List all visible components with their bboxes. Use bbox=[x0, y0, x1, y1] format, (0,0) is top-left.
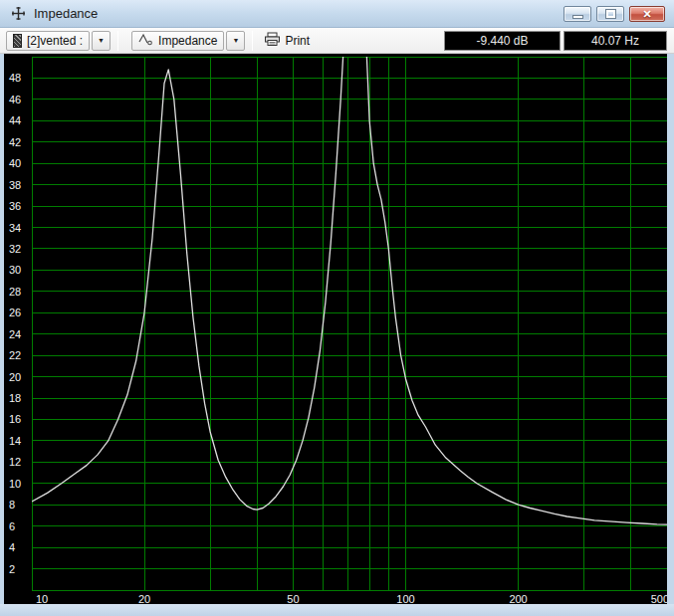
toolbar-separator bbox=[117, 31, 118, 51]
x-tick-label: 20 bbox=[138, 593, 150, 604]
preset-dropdown-button[interactable]: ▼ bbox=[92, 31, 111, 51]
y-tick-label: 34 bbox=[9, 222, 21, 234]
print-label: Print bbox=[285, 34, 310, 48]
restore-button[interactable] bbox=[596, 6, 624, 22]
plot-type-dropdown-button[interactable]: ▼ bbox=[226, 31, 245, 51]
y-tick-label: 36 bbox=[9, 200, 21, 212]
y-tick-label: 28 bbox=[9, 286, 21, 298]
y-tick-label: 44 bbox=[9, 114, 21, 126]
x-tick-label: 50 bbox=[287, 593, 299, 604]
minimize-button[interactable] bbox=[563, 6, 591, 22]
plot-panel[interactable]: 4846444240383634323028262422201816141210… bbox=[4, 54, 667, 604]
y-tick-label: 42 bbox=[9, 136, 21, 148]
frequency-readout: 40.07 Hz bbox=[563, 31, 667, 51]
preset-selector[interactable]: [2]vented : bbox=[6, 31, 90, 51]
minimize-icon bbox=[572, 15, 583, 19]
y-tick-label: 10 bbox=[9, 478, 21, 490]
crosshair-icon bbox=[10, 6, 26, 22]
window-frame bbox=[0, 604, 674, 616]
window-title: Impedance bbox=[34, 6, 98, 21]
y-tick-label: 40 bbox=[9, 157, 21, 169]
enclosure-icon bbox=[13, 34, 22, 48]
y-tick-label: 8 bbox=[9, 499, 15, 511]
y-tick-label: 26 bbox=[9, 307, 21, 318]
y-tick-label: 32 bbox=[9, 243, 21, 255]
x-tick-label: 200 bbox=[509, 593, 527, 604]
restore-icon bbox=[606, 10, 615, 18]
y-tick-label: 14 bbox=[9, 435, 21, 447]
title-bar[interactable]: Impedance ✕ bbox=[0, 0, 674, 28]
plot-type-selector[interactable]: Impedance bbox=[131, 31, 224, 51]
y-tick-label: 46 bbox=[9, 94, 21, 105]
toolbar-separator bbox=[252, 31, 253, 51]
y-tick-label: 12 bbox=[9, 456, 21, 468]
close-button[interactable]: ✕ bbox=[629, 6, 665, 22]
preset-label: [2]vented : bbox=[27, 34, 83, 48]
impedance-chart[interactable]: 4846444240383634323028262422201816141210… bbox=[4, 54, 667, 604]
impedance-curve bbox=[32, 54, 667, 524]
x-tick-label: 10 bbox=[36, 593, 48, 604]
level-readout: -9.440 dB bbox=[444, 31, 561, 51]
y-tick-label: 22 bbox=[9, 349, 21, 361]
printer-icon bbox=[264, 32, 281, 50]
y-tick-label: 4 bbox=[9, 541, 15, 553]
y-tick-label: 20 bbox=[9, 371, 21, 383]
y-tick-label: 18 bbox=[9, 392, 21, 404]
y-tick-label: 6 bbox=[9, 520, 15, 532]
y-tick-label: 16 bbox=[9, 413, 21, 425]
toolbar: [2]vented : ▼ Impedance ▼ bbox=[0, 28, 674, 54]
y-tick-label: 30 bbox=[9, 264, 21, 276]
x-tick-label: 500 bbox=[651, 593, 667, 604]
y-tick-label: 38 bbox=[9, 179, 21, 191]
x-tick-label: 100 bbox=[396, 593, 414, 604]
y-tick-label: 24 bbox=[9, 328, 21, 340]
close-icon: ✕ bbox=[642, 9, 651, 20]
print-button[interactable]: Print bbox=[260, 30, 314, 52]
window-frame bbox=[0, 54, 4, 604]
window-frame bbox=[667, 54, 674, 604]
y-tick-label: 2 bbox=[9, 563, 15, 575]
waveform-icon bbox=[138, 33, 153, 49]
impedance-window: Impedance ✕ [2]vented : ▼ Impedance bbox=[0, 0, 674, 616]
chevron-down-icon: ▼ bbox=[98, 37, 105, 44]
chevron-down-icon: ▼ bbox=[232, 37, 239, 44]
y-tick-label: 48 bbox=[9, 72, 21, 84]
plot-type-label: Impedance bbox=[158, 34, 217, 48]
